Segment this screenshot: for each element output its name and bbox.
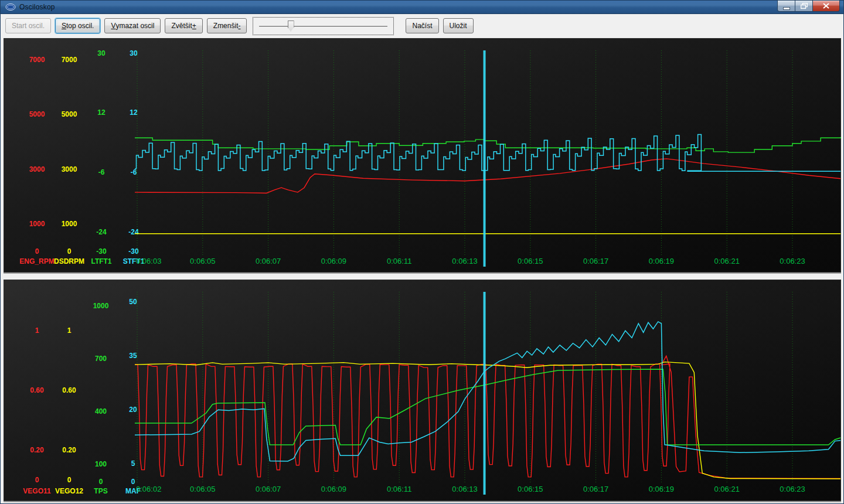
waveform-plot[interactable]: 0:06:020:06:050:06:070:06:090:06:110:06:… — [135, 292, 841, 499]
time-label: 0:06:23 — [780, 485, 805, 493]
time-label: 0:06:19 — [649, 257, 674, 265]
axis-tick-dsdrpm: 1000 — [50, 220, 88, 228]
axis-tick-vego12: 1 — [50, 327, 88, 335]
minimize-button[interactable] — [777, 1, 795, 12]
toolbar-right-buttons: NačístUložit — [406, 18, 477, 33]
time-label: 0:06:05 — [190, 257, 215, 265]
minimize-icon — [783, 7, 790, 10]
time-label: 0:06:13 — [452, 257, 477, 265]
time-label: 0:06:05 — [190, 485, 215, 493]
zoom-in-button[interactable]: Zvětšit + — [165, 18, 202, 33]
app-icon — [5, 3, 16, 11]
time-label: 0:06:11 — [387, 257, 411, 265]
scope-panel-top[interactable]: 70005000300010000ENG_RPM7000500030001000… — [4, 38, 841, 273]
zoom-slider-thumb[interactable] — [288, 21, 294, 32]
waveform-plot[interactable]: 0:06:030:06:050:06:070:06:090:06:110:06:… — [135, 50, 841, 271]
time-label: 0:06:15 — [518, 485, 543, 493]
start-oscilloscope-button[interactable]: Start oscil. — [5, 18, 51, 33]
time-label: 0:06:11 — [387, 485, 411, 493]
restore-button[interactable] — [795, 1, 813, 12]
app-logo-oval — [5, 3, 16, 11]
close-icon — [823, 3, 829, 9]
save-button[interactable]: Uložit — [443, 18, 474, 33]
time-cursor[interactable] — [484, 50, 486, 267]
time-label: 0:06:02 — [136, 485, 161, 493]
restore-icon — [801, 3, 808, 9]
time-cursor[interactable] — [484, 292, 486, 495]
zoom-slider-group — [253, 17, 394, 35]
window-controls — [778, 1, 840, 12]
time-label: 0:06:09 — [321, 485, 346, 493]
time-label: 0:06:07 — [256, 485, 281, 493]
time-label: 0:06:21 — [714, 257, 740, 265]
time-label: 0:06:07 — [256, 257, 281, 265]
close-button[interactable] — [812, 1, 840, 12]
clear-oscilloscope-button[interactable]: Vymazat oscil — [104, 18, 161, 33]
axis-tick-dsdrpm: 7000 — [50, 56, 88, 64]
axis-tick-vego12: 0.60 — [50, 387, 88, 394]
osciloskop-window: Osciloskop Start oscil.Stop oscil.Vymaza… — [0, 0, 844, 504]
axis-tick-vego12: 0.20 — [50, 447, 88, 454]
time-label: 0:06:23 — [780, 257, 805, 265]
zoom-out-button[interactable]: Zmenšit - — [207, 18, 247, 33]
toolbar: Start oscil.Stop oscil.Vymazat oscilZvět… — [1, 14, 843, 38]
time-label: 0:06:13 — [452, 485, 477, 493]
time-label: 0:06:21 — [714, 485, 740, 493]
time-label: 0:06:17 — [583, 485, 608, 493]
time-label: 0:06:09 — [321, 257, 346, 265]
time-label: 0:06:15 — [518, 257, 543, 265]
time-label: 0:06:03 — [136, 257, 161, 265]
stop-oscilloscope-button[interactable]: Stop oscil. — [55, 18, 100, 33]
trace-vego11 — [135, 356, 840, 478]
time-label: 0:06:19 — [649, 485, 674, 493]
zoom-slider-track[interactable] — [259, 26, 387, 28]
window-title: Osciloskop — [19, 3, 55, 11]
load-button[interactable]: Načíst — [406, 18, 438, 33]
titlebar[interactable]: Osciloskop — [1, 1, 843, 14]
scope-panel-bottom[interactable]: 10.600.200VEGO1110.600.200VEGO1210007004… — [4, 280, 841, 501]
toolbar-left-buttons: Start oscil.Stop oscil.Vymazat oscilZvět… — [5, 18, 251, 33]
time-label: 0:06:17 — [583, 257, 608, 265]
